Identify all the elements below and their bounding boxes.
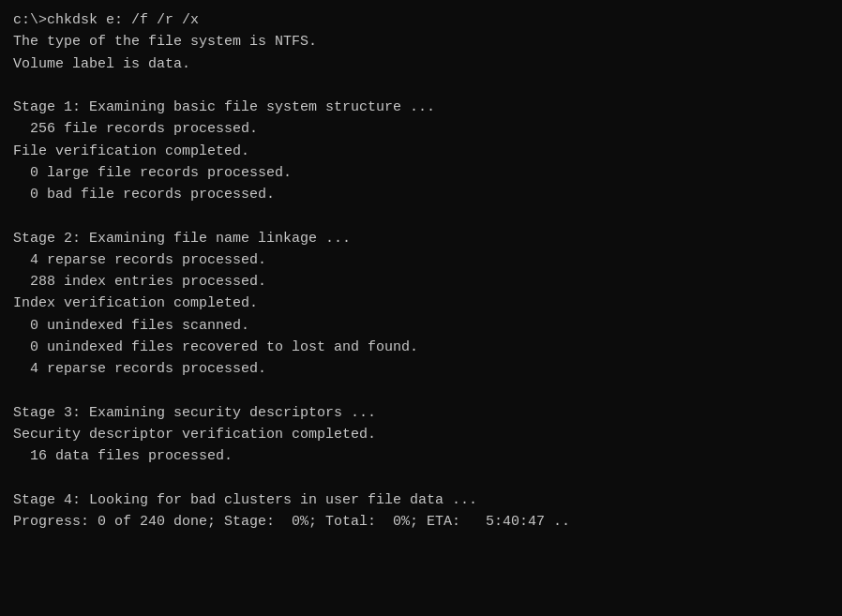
terminal-line-cmd: c:\>chkdsk e: /f /r /x	[13, 9, 829, 31]
terminal-line-line12: 0 unindexed files scanned.	[13, 315, 829, 337]
terminal-line-line2: Volume label is data.	[13, 53, 829, 75]
terminal-line-line9: 4 reparse records processed.	[13, 249, 829, 271]
terminal-line-line18: Stage 4: Looking for bad clusters in use…	[13, 489, 829, 511]
terminal-line-line6: 0 large file records processed.	[13, 162, 829, 184]
terminal-line-line5: File verification completed.	[13, 141, 829, 162]
terminal-line-line17: 16 data files processed.	[13, 445, 829, 467]
terminal-line-line3: Stage 1: Examining basic file system str…	[13, 97, 829, 118]
terminal-line-line15: Stage 3: Examining security descriptors …	[13, 402, 829, 424]
terminal-line-line4: 256 file records processed.	[13, 118, 829, 140]
terminal-line-line1: The type of the file system is NTFS.	[13, 31, 829, 53]
terminal-line-line8: Stage 2: Examining file name linkage ...	[13, 228, 829, 249]
terminal-line-line11: Index verification completed.	[13, 293, 829, 314]
terminal-line-line14: 4 reparse records processed.	[13, 358, 829, 380]
terminal-line-line16: Security descriptor verification complet…	[13, 424, 829, 445]
terminal-line-line19: Progress: 0 of 240 done; Stage: 0%; Tota…	[13, 511, 829, 533]
terminal-line-spacer3	[13, 380, 829, 401]
terminal-line-line13: 0 unindexed files recovered to lost and …	[13, 337, 829, 358]
terminal-line-spacer2	[13, 205, 829, 227]
terminal-line-line10: 288 index entries processed.	[13, 271, 829, 293]
terminal-line-spacer4	[13, 467, 829, 488]
terminal-window: c:\>chkdsk e: /f /r /xThe type of the fi…	[0, 0, 842, 616]
terminal-line-line7: 0 bad file records processed.	[13, 184, 829, 205]
terminal-line-spacer1	[13, 75, 829, 97]
